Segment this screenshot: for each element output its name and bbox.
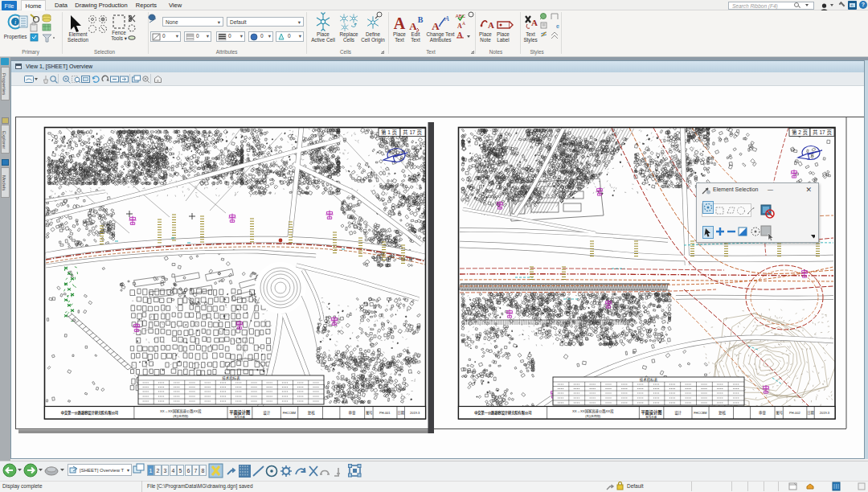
svg-text:技术指标表: 技术指标表 — [640, 377, 658, 383]
svg-text:复核: 复核 — [719, 410, 726, 416]
svg-text:B: B — [418, 15, 424, 24]
svg-text:FHCCBM: FHCCBM — [283, 412, 296, 415]
svg-text:技术指标表: 技术指标表 — [222, 375, 240, 381]
svg-text:审查: 审查 — [349, 410, 356, 416]
svg-text:中交第一公路勘察设计研究院有限公司: 中交第一公路勘察设计研究院有限公司 — [61, 410, 118, 416]
svg-text:PH-002: PH-002 — [789, 411, 800, 415]
svg-text:第 1 页: 第 1 页 — [381, 129, 398, 136]
svg-text:FHCCBM: FHCCBM — [694, 412, 706, 415]
svg-text:A: A — [531, 18, 538, 27]
svg-text:平面设计图: 平面设计图 — [229, 409, 250, 416]
svg-text:XX→XX国家高速公路XX段: XX→XX国家高速公路XX段 — [572, 408, 614, 414]
svg-text:A: A — [432, 20, 440, 32]
svg-text:A: A — [394, 14, 406, 32]
svg-text:共 17 页: 共 17 页 — [813, 129, 832, 136]
svg-text:桩号示意: 桩号示意 — [646, 415, 657, 419]
svg-text:(改)(合同段): (改)(合同段) — [585, 414, 600, 418]
svg-text:A: A — [409, 20, 417, 32]
svg-text:桩号示意: 桩号示意 — [234, 415, 245, 419]
svg-text:PH-001: PH-001 — [379, 411, 391, 415]
svg-text:ABC: ABC — [456, 14, 466, 18]
svg-text:e: e — [556, 23, 559, 29]
svg-text:XX→XX国家高速公路XX段: XX→XX国家高速公路XX段 — [160, 408, 202, 414]
svg-text:第 2 页: 第 2 页 — [792, 129, 809, 136]
svg-text:(改)(合同段): (改)(合同段) — [173, 414, 188, 418]
svg-text:平面设计图: 平面设计图 — [641, 409, 661, 416]
svg-text:中交第一公路勘察设计研究院有限公司: 中交第一公路勘察设计研究院有限公司 — [474, 410, 531, 416]
svg-text:A: A — [488, 20, 494, 30]
svg-text:A: A — [444, 14, 449, 23]
svg-text:复核: 复核 — [308, 410, 315, 416]
svg-text:设计: 设计 — [263, 410, 270, 416]
svg-text:设计: 设计 — [674, 410, 682, 416]
svg-text:审查: 审查 — [759, 410, 766, 416]
svg-text:A: A — [462, 21, 465, 26]
svg-text:2019.3: 2019.3 — [820, 411, 830, 415]
svg-text:i: i — [14, 18, 16, 26]
svg-text:2019.3: 2019.3 — [410, 411, 420, 415]
svg-text:共 17 页: 共 17 页 — [403, 129, 422, 136]
